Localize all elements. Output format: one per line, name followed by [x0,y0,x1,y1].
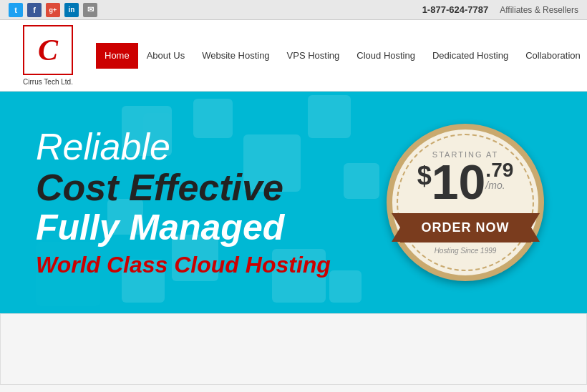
nav-item-vps-hosting[interactable]: VPS Hosting [278,43,349,69]
logo-company-name: Cirrus Tech Ltd. [23,78,73,86]
hero-line1: Reliable [36,127,336,167]
twitter-icon[interactable]: t [9,3,23,17]
order-now-button[interactable]: ORDER NOW [400,213,531,242]
affiliates-link[interactable]: Affiliates & Resellers [500,5,578,15]
price-cents-period: .79 /mo. [485,160,513,193]
price-display: $ 10 .79 /mo. [417,160,514,204]
gplus-icon[interactable]: g+ [46,3,60,17]
linkedin-icon[interactable]: in [64,3,79,17]
facebook-icon[interactable]: f [27,3,42,17]
price-symbol: $ [417,163,432,189]
phone-number: 1-877-624-7787 [422,4,489,15]
hero-banner: SALES Reliable Cost Effective Fully Mana… [0,92,587,313]
nav-item-website-hosting[interactable]: Website Hosting [193,43,278,69]
nav-item-cloud-hosting[interactable]: Cloud Hosting [348,43,424,69]
top-right-info: 1-877-624-7787 Affiliates & Resellers [422,4,578,15]
email-icon[interactable]: ✉ [83,3,97,17]
header: C Cirrus Tech Ltd. Home About Us Website… [0,20,587,92]
social-icons: t f g+ in ✉ [9,3,97,17]
top-bar: t f g+ in ✉ 1-877-624-7787 Affiliates & … [0,0,587,20]
price-badge[interactable]: STARTING AT $ 10 .79 /mo. ORDER NOW Host… [387,124,544,281]
price-badge-area: STARTING AT $ 10 .79 /mo. ORDER NOW Host… [358,124,573,281]
logo-box: C [23,25,73,75]
hero-line2: Cost Effective [36,167,336,208]
price-period: /mo. [485,180,505,190]
starting-at-label: STARTING AT [432,150,498,159]
nav-item-home[interactable]: Home [96,43,138,69]
nav-item-about[interactable]: About Us [138,43,193,69]
bottom-section [0,313,587,385]
nav: Home About Us Website Hosting VPS Hostin… [87,43,587,69]
order-ribbon-container: ORDER NOW [400,210,531,242]
hero-line3: Fully Managed [36,208,336,248]
price-main: 10 [432,160,486,204]
price-cents-value: .79 [485,160,513,180]
logo-letter: C [38,35,58,65]
nav-item-collaboration[interactable]: Collaboration [517,43,587,69]
hosting-since-label: Hosting Since 1999 [435,247,497,255]
hero-content: Reliable Cost Effective Fully Managed Wo… [0,105,358,300]
hero-line4: World Class Cloud Hosting [36,252,336,278]
nav-item-dedicated-hosting[interactable]: Dedicated Hosting [424,43,517,69]
logo-area: C Cirrus Tech Ltd. [9,25,87,86]
